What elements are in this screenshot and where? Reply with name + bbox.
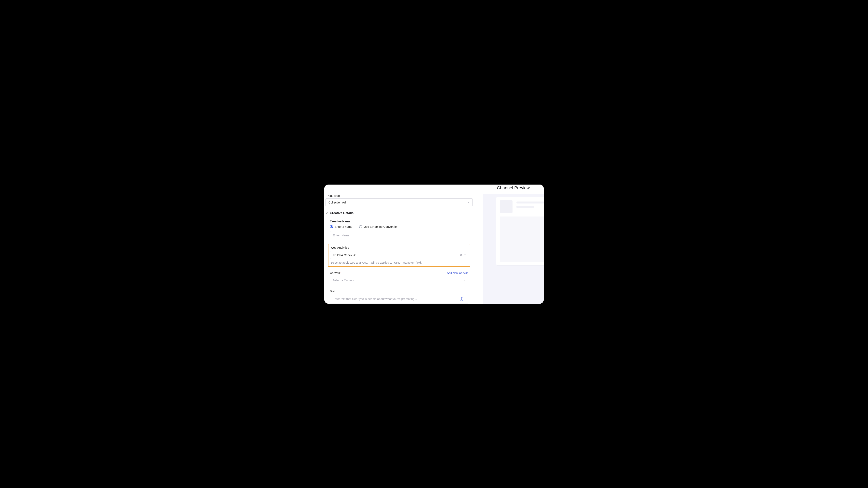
chevron-down-icon bbox=[464, 279, 466, 281]
post-type-select[interactable]: Collection Ad bbox=[326, 198, 473, 206]
clear-icon[interactable] bbox=[460, 254, 462, 256]
chevron-down-icon bbox=[326, 212, 328, 215]
creative-name-input[interactable] bbox=[330, 231, 468, 239]
web-analytics-value: FB DPA Check -2 bbox=[333, 253, 355, 257]
editor-panel: Post Type Collection Ad Creative Details bbox=[324, 185, 544, 304]
resize-grip-icon[interactable] bbox=[466, 301, 468, 303]
channel-preview-panel: Channel Preview bbox=[483, 185, 544, 304]
radio-enter-name-label: Enter a name bbox=[335, 225, 352, 228]
web-analytics-select[interactable]: FB DPA Check -2 bbox=[330, 251, 468, 259]
canvas-select[interactable]: Select a Canvas bbox=[330, 276, 468, 284]
preview-line-skeleton bbox=[517, 206, 534, 208]
canvas-label: Canvas* bbox=[330, 271, 341, 274]
web-analytics-help: Select to apply web analytics. It will b… bbox=[330, 261, 468, 264]
post-type-label: Post Type bbox=[326, 194, 340, 197]
text-label: Text bbox=[330, 289, 472, 293]
add-new-canvas-link[interactable]: Add New Canvas bbox=[447, 271, 468, 274]
radio-selected-icon bbox=[330, 225, 333, 228]
web-analytics-label: Web Analytics bbox=[330, 246, 468, 249]
add-variable-button[interactable] bbox=[460, 297, 463, 301]
preview-line-skeleton bbox=[517, 201, 544, 203]
creative-details-header[interactable]: Creative Details bbox=[326, 212, 473, 215]
text-textarea[interactable] bbox=[330, 295, 468, 303]
radio-naming-convention-label: Use a Naming Convention bbox=[364, 225, 398, 228]
canvas-placeholder: Select a Canvas bbox=[332, 279, 354, 282]
preview-avatar-skeleton bbox=[500, 200, 513, 213]
main-form: Post Type Collection Ad Creative Details bbox=[324, 185, 483, 304]
creative-name-radios: Enter a name Use a Naming Convention bbox=[330, 225, 472, 228]
channel-preview-title: Channel Preview bbox=[483, 185, 544, 194]
web-analytics-block: Web Analytics FB DPA Check -2 bbox=[328, 244, 470, 267]
chevron-down-icon bbox=[464, 254, 466, 256]
creative-details-title: Creative Details bbox=[330, 212, 353, 215]
required-indicator: * bbox=[340, 271, 341, 274]
radio-unselected-icon bbox=[359, 225, 362, 228]
text-field-wrap bbox=[330, 295, 468, 303]
radio-naming-convention[interactable]: Use a Naming Convention bbox=[359, 225, 398, 228]
preview-card bbox=[496, 197, 544, 265]
creative-name-label: Creative Name bbox=[330, 220, 472, 223]
chevron-down-icon bbox=[468, 201, 470, 203]
post-type-value: Collection Ad bbox=[329, 201, 346, 204]
radio-enter-name[interactable]: Enter a name bbox=[330, 225, 352, 228]
preview-body-skeleton bbox=[500, 217, 544, 262]
